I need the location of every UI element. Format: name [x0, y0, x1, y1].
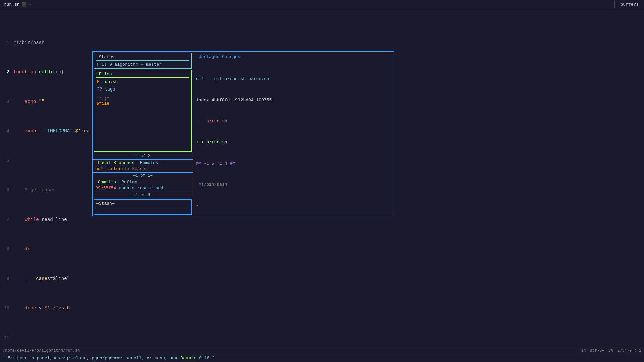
line-num-7: 7: [0, 216, 13, 223]
files-comment2: $file: [96, 101, 189, 106]
line-num-4: 4: [0, 127, 13, 135]
line-10: 10 done < $1"/TestC: [0, 304, 644, 312]
line-num-11: 11: [0, 334, 13, 341]
diff-section-header: —Unstaged Changes—: [196, 54, 391, 59]
donate-link[interactable]: Donate: [181, 356, 197, 361]
branch-master[interactable]: od* masterile $cases: [94, 166, 192, 172]
branches-section: —Local Branches - Remotes— od* masterile…: [93, 159, 193, 172]
files-comment1: #*.}": [96, 96, 189, 101]
line-content-2: function getdir(){: [13, 68, 64, 76]
line-8: 8 do: [0, 245, 644, 253]
line-num-8: 8: [0, 245, 13, 253]
editor-area: 1 #!/bin/bash 2 function getdir(){ 3 ech…: [0, 9, 644, 347]
branches-header: —Local Branches - Remotes—: [94, 160, 192, 165]
status-content: ↑ 1↓ 0 algorithm → master: [96, 62, 189, 67]
version-label: 0.16.2: [199, 356, 215, 361]
commit-item[interactable]: 99e55f54-update readme and: [94, 185, 192, 191]
line-1: 1 #!/bin/bash: [0, 39, 644, 46]
line-num-9: 9: [0, 275, 13, 282]
tab-filename: run.sh: [4, 2, 20, 7]
line-content-6: # get cases: [13, 186, 56, 194]
right-panel: —Unstaged Changes— diff --git a/run.sh b…: [193, 52, 394, 216]
stash-label: —Stash—: [96, 201, 189, 207]
left-panel: —Status— ↑ 1↓ 0 algorithm → master —File…: [93, 52, 193, 216]
line-11: 11: [0, 334, 644, 341]
diff-line-context-1: #!/bin/bash: [196, 181, 391, 188]
line-content-8: do: [13, 245, 30, 253]
diff-line-index: index 4bbf0fd..902bd04 100755: [196, 97, 391, 104]
status-section-label: —Status—: [96, 55, 189, 61]
line-content-1: #!/bin/bash: [13, 39, 44, 46]
diff-line-hunk: @@ -1,5 +1,4 @@: [196, 160, 391, 167]
line-content-10: done < $1"/TestC: [13, 304, 70, 312]
file-item-run-sh[interactable]: M run.sh: [96, 78, 189, 86]
files-section: —Files— M run.sh ?? tags #*.}" $file: [94, 70, 192, 152]
line-7: 7 while read line: [0, 216, 644, 223]
cursor-position: 2/54\¥ : 1: [617, 348, 641, 353]
diff-line-header: diff --git a/run.sh b/run.sh: [196, 75, 391, 82]
line-num-3: 3: [0, 98, 13, 105]
status-bar: /home/devil/Pro/algorithm/run.sh sh utf-…: [0, 347, 644, 354]
diff-line-plus-file: +++ b/run.sh: [196, 139, 391, 146]
tab-run-sh[interactable]: run.sh ⬛ ✕: [0, 1, 35, 8]
diff-content: diff --git a/run.sh b/run.sh index 4bbf0…: [196, 61, 391, 216]
status-section: —Status— ↑ 1↓ 0 algorithm → master: [94, 53, 192, 69]
hint-text: 1-5:sjump to panel,oesc/q:iclose,.pgup/p…: [3, 356, 178, 361]
files-section-label: —Files—: [96, 72, 189, 78]
scroll-percent: 3%: [608, 348, 613, 353]
line-num-10: 10: [0, 304, 13, 312]
file-item-tags[interactable]: ?? tags: [96, 86, 189, 93]
diff-line-minus-file: --- a/run.sh: [196, 118, 391, 125]
diff-line-minus: -: [196, 202, 391, 209]
line-9: 9 │ cases=$line": [0, 275, 644, 282]
commits-footer: —1 of 9—: [93, 192, 193, 198]
line-content-3: echo "": [13, 98, 44, 105]
files-footer: —1 of 2—: [93, 153, 193, 159]
tab-bar: run.sh ⬛ ✕ buffers: [0, 0, 644, 9]
hint-bar: 1-5:sjump to panel,oesc/q:iclose,.pgup/p…: [0, 354, 644, 362]
overlay-panel: —Status— ↑ 1↓ 0 algorithm → master —File…: [92, 51, 394, 216]
commits-section: —Commits - Reflog— 99e55f54-update readm…: [93, 179, 193, 192]
stash-section: —Stash—: [94, 199, 192, 215]
commits-header: —Commits - Reflog—: [94, 180, 192, 185]
branches-footer: —1 of 1—: [93, 172, 193, 179]
line-num-6: 6: [0, 186, 13, 194]
buffers-button[interactable]: buffers: [614, 1, 644, 8]
line-content-7: while read line: [13, 216, 67, 223]
line-num-2: 2: [0, 68, 13, 76]
terminal-icon: ⬛: [22, 2, 27, 7]
encoding-indicator: utf-8●: [590, 348, 604, 353]
file-path: /home/devil/Pro/algorithm/run.sh: [3, 348, 581, 353]
line-content-9: │ cases=$line": [13, 275, 70, 282]
line-num-5: 5: [0, 157, 13, 164]
line-num-1: 1: [0, 39, 13, 46]
lang-indicator: sh: [581, 348, 586, 353]
tab-close-icon[interactable]: ✕: [29, 2, 31, 7]
